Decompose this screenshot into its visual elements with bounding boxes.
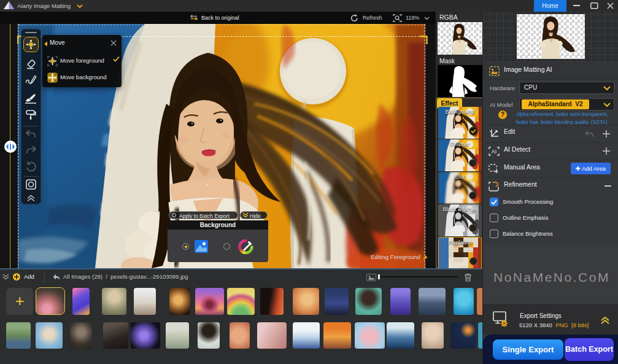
svg-text:AI: AI (492, 149, 497, 155)
